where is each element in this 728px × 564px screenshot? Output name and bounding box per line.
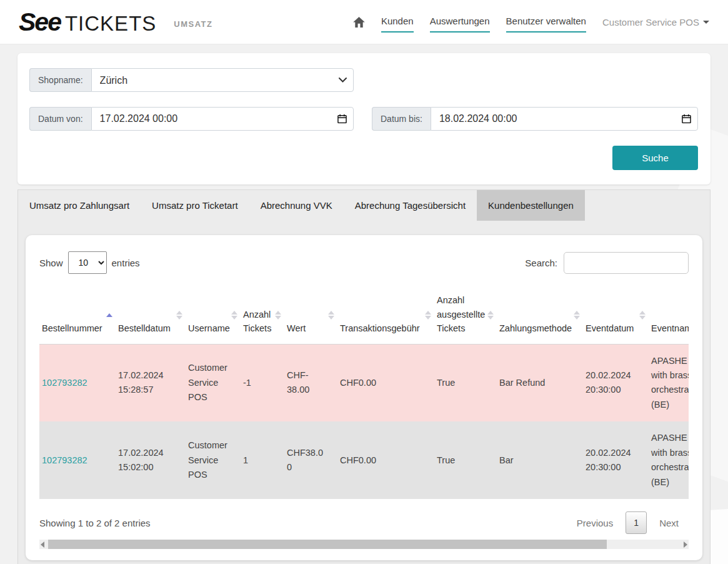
page-title: UMSATZ <box>174 16 212 29</box>
order-number-cell: 102793282 <box>39 344 116 421</box>
column-header-transaktionsgebuehr[interactable]: Transaktionsgebühr <box>337 286 434 344</box>
datum-bis-input[interactable] <box>431 107 698 131</box>
datum-von-field-group: Datum von: <box>29 107 354 131</box>
previous-page-button[interactable]: Previous <box>567 518 623 528</box>
scroll-left-arrow-icon[interactable] <box>41 541 44 548</box>
payment-method-cell: Bar Refund <box>497 344 583 421</box>
ticket-count-cell: 1 <box>241 421 284 499</box>
sort-both-icon <box>176 311 182 320</box>
results-container: Umsatz pro Zahlungsart Umsatz pro Ticket… <box>17 189 711 564</box>
issued-tickets-cell: True <box>434 344 497 421</box>
transaction-fee-cell: CHF0.00 <box>337 421 434 499</box>
value-cell: CHF-38.00 <box>284 344 337 421</box>
scrollbar-thumb[interactable] <box>48 540 607 549</box>
order-date-cell: 17.02.2024 15:02:00 <box>116 421 186 499</box>
issued-tickets-cell: True <box>434 421 497 499</box>
sort-both-icon <box>639 311 646 320</box>
top-bar: See TICKETS UMSATZ Kunden Auswertungen B… <box>0 0 728 44</box>
order-row-refund: 102793282 17.02.2024 15:28:57 Customer S… <box>39 344 689 421</box>
sort-both-icon <box>275 311 281 320</box>
scroll-right-arrow-icon[interactable] <box>684 541 687 548</box>
order-number-link[interactable]: 102793282 <box>42 378 87 388</box>
datum-bis-field-group: Datum bis: <box>372 107 698 131</box>
shopname-field-group: Shopname: Zürich <box>29 68 354 92</box>
username-cell: Customer Service POS <box>186 421 241 499</box>
page-number-button[interactable]: 1 <box>626 511 647 534</box>
sort-both-icon <box>487 311 494 320</box>
tab-abrechung-tagesuebersicht[interactable]: Abrechung Tagesübersicht <box>344 190 477 221</box>
showing-entries-text: Showing 1 to 2 of 2 entries <box>39 518 151 528</box>
logo-see-text: See <box>19 8 61 37</box>
pagination: Previous 1 Next <box>567 511 689 534</box>
sort-asc-icon <box>106 313 112 317</box>
table-header-row: Bestellnummer Bestelldatum Username <box>39 286 689 344</box>
show-label: Show <box>39 258 63 268</box>
chevron-down-icon <box>703 21 709 24</box>
column-header-anzahl-tickets[interactable]: Anzahl Tickets <box>241 286 284 344</box>
column-header-username[interactable]: Username <box>186 286 241 344</box>
search-label: Search: <box>525 258 557 268</box>
event-date-cell: 20.02.2024 20:30:00 <box>583 344 649 421</box>
tab-abrechnung-vvk[interactable]: Abrechnung VVK <box>249 190 344 221</box>
payment-method-cell: Bar <box>497 421 583 499</box>
event-name-cell: APASHE with brass orchestra (BE) <box>649 344 689 421</box>
horizontal-scrollbar[interactable] <box>39 540 689 549</box>
column-header-eventdatum[interactable]: Eventdatum <box>583 286 649 344</box>
column-header-anzahl-ausgestellte-tickets[interactable]: Anzahl ausgestellte Tickets <box>434 286 497 344</box>
value-cell: CHF38.00 <box>284 421 337 499</box>
column-header-wert[interactable]: Wert <box>284 286 337 344</box>
user-menu-dropdown[interactable]: Customer Service POS <box>602 17 709 28</box>
ticket-count-cell: -1 <box>241 344 284 421</box>
orders-table: Bestellnummer Bestelldatum Username <box>39 286 689 499</box>
user-menu-label: Customer Service POS <box>602 17 699 28</box>
table-search-input[interactable] <box>564 252 689 274</box>
datum-bis-label: Datum bis: <box>372 107 431 131</box>
column-header-zahlungsmethode[interactable]: Zahlungsmethode <box>497 286 583 344</box>
event-name-cell: APASHE with brass orchestra (BE) <box>649 421 689 499</box>
nav-item-auswertungen[interactable]: Auswertungen <box>430 16 490 33</box>
tab-content-area: Show 10 entries Search: <box>18 221 710 564</box>
tab-umsatz-pro-ticketart[interactable]: Umsatz pro Ticketart <box>141 190 249 221</box>
see-tickets-logo[interactable]: See TICKETS <box>19 8 156 37</box>
datum-von-label: Datum von: <box>29 107 91 131</box>
sort-both-icon <box>328 311 334 320</box>
suche-button[interactable]: Suche <box>612 146 698 170</box>
column-header-eventname[interactable]: Eventname <box>649 286 689 344</box>
datum-von-input[interactable] <box>91 107 354 131</box>
order-number-cell: 102793282 <box>39 421 116 499</box>
orders-table-card: Show 10 entries Search: <box>26 235 702 560</box>
order-row: 102793282 17.02.2024 15:02:00 Customer S… <box>39 421 689 499</box>
order-number-link[interactable]: 102793282 <box>42 455 87 465</box>
report-tabs: Umsatz pro Zahlungsart Umsatz pro Ticket… <box>18 190 710 221</box>
sort-both-icon <box>425 311 431 320</box>
tab-umsatz-pro-zahlungsart[interactable]: Umsatz pro Zahlungsart <box>18 190 141 221</box>
next-page-button[interactable]: Next <box>649 518 689 528</box>
transaction-fee-cell: CHF0.00 <box>337 344 434 421</box>
column-header-bestellnummer[interactable]: Bestellnummer <box>39 286 116 344</box>
order-date-cell: 17.02.2024 15:28:57 <box>116 344 186 421</box>
entries-label: entries <box>112 258 140 268</box>
nav-item-benutzer-verwalten[interactable]: Benutzer verwalten <box>506 16 586 33</box>
username-cell: Customer Service POS <box>186 344 241 421</box>
shopname-label: Shopname: <box>29 68 91 92</box>
filter-card: Shopname: Zürich Datum von: Datum bis: <box>17 53 711 184</box>
event-date-cell: 20.02.2024 20:30:00 <box>583 421 649 499</box>
tab-kundenbestellungen[interactable]: Kundenbestellungen <box>477 190 585 221</box>
page-length-select[interactable]: 10 <box>68 251 107 274</box>
sort-both-icon <box>574 311 580 320</box>
logo-tickets-text: TICKETS <box>65 12 156 36</box>
table-footer: Showing 1 to 2 of 2 entries Previous 1 N… <box>39 511 689 534</box>
column-header-bestelldatum[interactable]: Bestelldatum <box>116 286 186 344</box>
top-navigation: Kunden Auswertungen Benutzer verwalten C… <box>353 11 709 33</box>
table-clip-viewport: Bestellnummer Bestelldatum Username <box>39 286 689 499</box>
sort-both-icon <box>231 311 237 320</box>
home-icon[interactable] <box>353 17 365 28</box>
shopname-select[interactable]: Zürich <box>91 68 354 92</box>
nav-item-kunden[interactable]: Kunden <box>381 16 414 33</box>
table-controls: Show 10 entries Search: <box>39 251 689 274</box>
